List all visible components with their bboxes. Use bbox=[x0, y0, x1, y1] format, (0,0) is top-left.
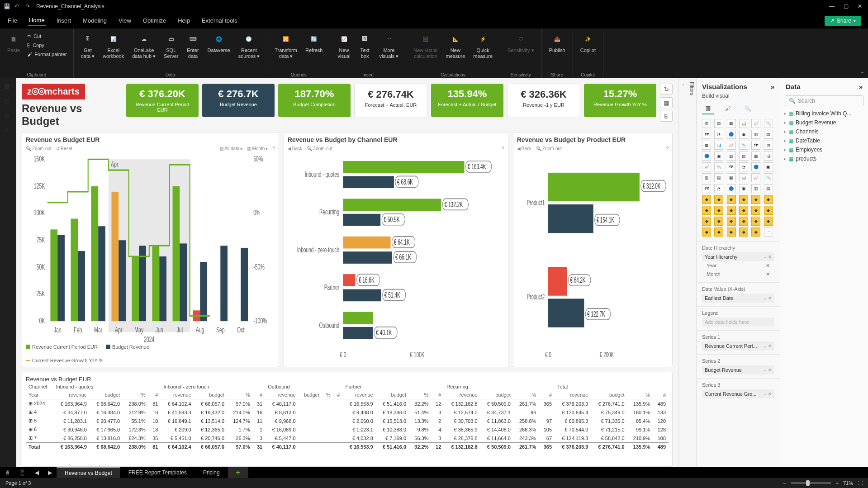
tab-free-templates[interactable]: FREE Report Templates bbox=[120, 467, 195, 478]
redo-icon[interactable]: ↷ bbox=[25, 3, 32, 9]
ribbon-recent-sources[interactable]: 🕒Recent sources ▾ bbox=[235, 30, 264, 62]
viz-type-icon[interactable]: ▣ bbox=[714, 152, 723, 161]
ribbon-refresh[interactable]: 🔄Refresh bbox=[302, 30, 327, 56]
all-data-dropdown[interactable]: ▥ All data ▾ bbox=[219, 146, 242, 151]
model-view-icon[interactable]: ⊞ bbox=[4, 113, 12, 121]
format-painter-button[interactable]: 🖌Format painter bbox=[26, 51, 68, 58]
refresh-icon[interactable]: ↻ bbox=[660, 84, 673, 95]
viz-type-icon[interactable]: ◔ bbox=[764, 141, 773, 150]
viz-type-icon[interactable]: ▥ bbox=[727, 152, 736, 161]
zoom-slider[interactable] bbox=[791, 482, 831, 484]
viz-type-icon[interactable]: 🔵 bbox=[751, 162, 760, 171]
tab-pricing[interactable]: Pricing bbox=[195, 467, 228, 478]
viz-type-icon[interactable]: 📈 bbox=[727, 141, 736, 150]
custom-viz-icon[interactable]: ◆ bbox=[764, 217, 773, 226]
custom-viz-icon[interactable]: ◆ bbox=[714, 227, 723, 237]
zoom-out-button[interactable]: 🔍 Zoom-out bbox=[26, 146, 52, 151]
field-legend[interactable]: Add data fields here bbox=[702, 317, 774, 327]
viz-type-icon[interactable]: ▥ bbox=[702, 173, 711, 182]
ribbon-onelake-datahub[interactable]: ☁OneLake data hub ▾ bbox=[128, 30, 159, 62]
back-button[interactable]: ◀ Back bbox=[288, 146, 302, 151]
chart-revenue-budget[interactable]: Revenue vs Budget EUR 🔍 Zoom-out ↺ Reset… bbox=[22, 132, 279, 367]
add-page-button[interactable]: + bbox=[228, 467, 248, 478]
custom-viz-icon[interactable]: ◆ bbox=[714, 206, 723, 215]
more-viz-icon[interactable]: ⋯ bbox=[764, 227, 773, 237]
viz-type-icon[interactable]: ◔ bbox=[714, 184, 723, 193]
field-series-2[interactable]: Budget Revenue⌄ ✕ bbox=[702, 365, 774, 374]
kpi-card[interactable]: € 326.36KRevenue -1 y EUR bbox=[507, 84, 580, 117]
share-button[interactable]: ↗Share▾ bbox=[825, 16, 861, 26]
menu-modeling[interactable]: Modeling bbox=[82, 15, 108, 26]
custom-viz-icon[interactable]: ◆ bbox=[727, 195, 736, 204]
chart-product[interactable]: Revenue vs Budget by Product EUR ◀ Back … bbox=[513, 132, 673, 367]
viz-type-icon[interactable]: 📉 bbox=[714, 162, 723, 171]
panel-collapse-icon[interactable]: » bbox=[859, 83, 863, 90]
viz-type-icon[interactable]: 🗺 bbox=[702, 130, 711, 139]
viz-type-icon[interactable]: ▥ bbox=[751, 130, 760, 139]
viz-type-icon[interactable]: 🗺 bbox=[702, 184, 711, 193]
ribbon-collapse-icon[interactable]: ⌃ bbox=[860, 71, 864, 77]
ribbon-text-box[interactable]: 🅰Text box bbox=[355, 30, 375, 62]
field-earliest-date[interactable]: Earliest Date⌄ ✕ bbox=[702, 294, 774, 303]
zoom-out-button[interactable]: 🔍 Zoom-out bbox=[536, 146, 562, 151]
table-view-icon[interactable]: ▤ bbox=[4, 98, 12, 106]
viz-type-icon[interactable]: ▤ bbox=[714, 173, 723, 182]
prev-page-icon[interactable]: ◀ bbox=[30, 469, 43, 476]
ribbon-dataverse[interactable]: 🌐Dataverse bbox=[204, 30, 234, 56]
minimize-icon[interactable]: ― bbox=[829, 3, 835, 9]
custom-viz-icon[interactable]: ◆ bbox=[727, 206, 736, 215]
viz-type-icon[interactable]: 🗺 bbox=[751, 141, 760, 150]
ribbon-get-data[interactable]: 🗄Get data ▾ bbox=[77, 30, 98, 62]
custom-viz-icon[interactable]: ◆ bbox=[739, 227, 748, 237]
custom-viz-icon[interactable]: ◆ bbox=[727, 227, 736, 237]
table-item[interactable]: ▸▦products bbox=[784, 154, 864, 163]
viz-type-icon[interactable]: ▤ bbox=[739, 152, 748, 161]
viz-type-icon[interactable]: 🗺 bbox=[727, 162, 736, 171]
zoom-out-icon[interactable]: − bbox=[783, 480, 786, 486]
panel-collapse-icon[interactable]: » bbox=[771, 83, 774, 90]
viz-type-icon[interactable]: 📊 bbox=[739, 119, 748, 128]
viz-type-icon[interactable]: 📈 bbox=[751, 119, 760, 128]
viz-type-icon[interactable]: 🔵 bbox=[702, 152, 711, 161]
viz-type-icon[interactable]: 📉 bbox=[764, 173, 773, 182]
custom-viz-icon[interactable]: ◆ bbox=[751, 206, 760, 215]
viz-type-icon[interactable]: ▥ bbox=[751, 184, 760, 193]
ribbon-more-visuals[interactable]: ⋯More visuals ▾ bbox=[376, 30, 403, 62]
report-canvas[interactable]: z⦾⦾mzoomchartscharts Revenue vs Budget €… bbox=[16, 78, 678, 467]
menu-optimize[interactable]: Optimize bbox=[142, 15, 167, 26]
close-icon[interactable]: ✕ bbox=[858, 3, 862, 9]
ribbon-quick-measure[interactable]: ⚡Quick measure bbox=[470, 30, 496, 62]
fit-page-icon[interactable]: ⛶ bbox=[858, 480, 863, 486]
mobile-layout-icon[interactable]: 📱 bbox=[14, 469, 30, 476]
cut-button[interactable]: ✂Cut bbox=[26, 32, 68, 40]
ribbon-sql-server[interactable]: 🗃SQL Server bbox=[160, 30, 182, 62]
ribbon-new-visual[interactable]: 📈New visual bbox=[334, 30, 354, 62]
viz-type-icon[interactable]: 📊 bbox=[739, 173, 748, 182]
viz-type-icon[interactable]: 📈 bbox=[702, 162, 711, 171]
viz-type-icon[interactable]: 📊 bbox=[714, 141, 723, 150]
viz-type-icon[interactable]: ▣ bbox=[764, 162, 773, 171]
field-series-3[interactable]: Current Revenue Gro...⌄ ✕ bbox=[702, 389, 774, 398]
month-dropdown[interactable]: ▥ Month ▾ bbox=[247, 146, 268, 151]
maximize-icon[interactable]: ▢ bbox=[844, 3, 849, 9]
kpi-card[interactable]: 187.70%Budget Completion bbox=[278, 84, 351, 117]
viz-type-icon[interactable]: ▦ bbox=[727, 173, 736, 182]
kpi-card[interactable]: 135.94%Forecast + Actual / Budget bbox=[431, 84, 503, 117]
ribbon-excel-workbook[interactable]: 📊Excel workbook bbox=[99, 30, 128, 62]
custom-viz-icon[interactable]: ◆ bbox=[702, 227, 711, 237]
viz-type-icon[interactable]: 📊 bbox=[764, 152, 773, 161]
custom-viz-icon[interactable]: ◆ bbox=[739, 195, 748, 204]
build-visual-tab[interactable]: ▥ bbox=[702, 103, 714, 114]
custom-viz-icon[interactable]: ◆ bbox=[739, 217, 748, 226]
next-page-icon[interactable]: ▶ bbox=[43, 469, 57, 476]
viz-type-icon[interactable]: ◔ bbox=[739, 162, 748, 171]
chart-channel[interactable]: Revenue vs Budget by Channel EUR ◀ Back … bbox=[284, 132, 508, 367]
filters-label[interactable]: Filters bbox=[689, 82, 695, 95]
menu-file[interactable]: File bbox=[7, 15, 18, 26]
custom-viz-icon[interactable]: ◆ bbox=[764, 206, 773, 215]
table-item[interactable]: ▸▦Budget Revenue bbox=[784, 118, 864, 127]
custom-viz-icon[interactable]: ◆ bbox=[764, 195, 773, 204]
undo-icon[interactable]: ↶ bbox=[14, 3, 21, 9]
ribbon-transform-data[interactable]: 🔀Transform data ▾ bbox=[271, 30, 301, 62]
kpi-card[interactable]: 15.27%Revenue Growth YoY % bbox=[584, 84, 656, 117]
